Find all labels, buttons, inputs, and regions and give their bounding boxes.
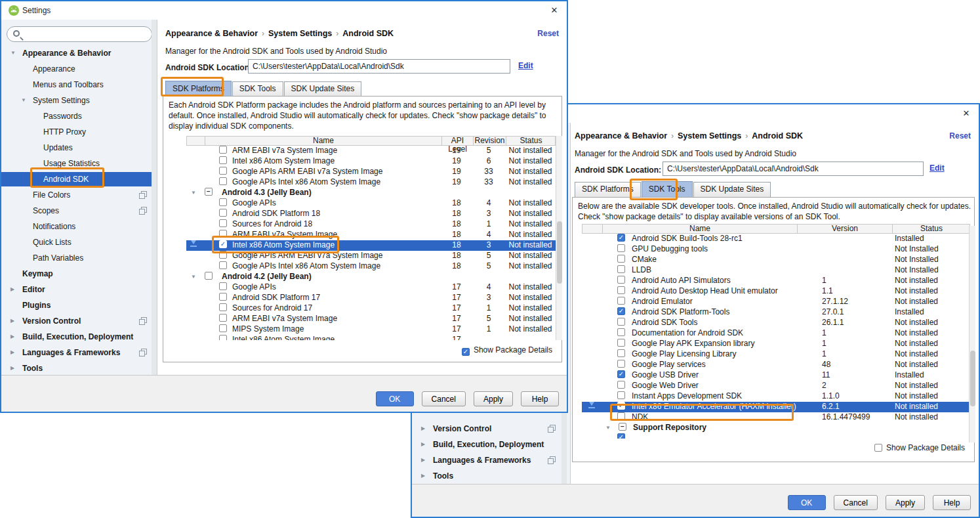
sidebar-item-tools[interactable]: ▶Tools xyxy=(412,469,570,483)
tab-sdk-update-sites[interactable]: SDK Update Sites xyxy=(284,81,362,97)
row-checkbox[interactable] xyxy=(617,244,625,252)
row-checkbox[interactable] xyxy=(219,146,227,154)
sidebar-scrollbar[interactable] xyxy=(152,20,157,375)
table-row[interactable]: Android SDK Platform 18183Not installed xyxy=(186,209,556,219)
table-row[interactable]: ✓Google USB Driver11Installed xyxy=(582,370,970,381)
sidebar-item-tools[interactable]: ▶Tools xyxy=(1,362,157,375)
breadcrumb-item[interactable]: System Settings xyxy=(678,131,741,140)
table-row[interactable]: Sources for Android 17171Not installed xyxy=(186,303,556,314)
sidebar-item-appearance-behavior[interactable]: ▼Appearance & Behavior xyxy=(1,47,157,60)
row-checkbox[interactable] xyxy=(617,349,625,357)
row-checkbox[interactable] xyxy=(617,265,625,273)
sidebar-item-languages-frameworks[interactable]: ▶Languages & Frameworks xyxy=(412,454,570,467)
table-row[interactable]: LLDBNot Installed xyxy=(582,265,970,276)
row-checkbox[interactable]: ✓ xyxy=(617,433,625,439)
table-scrollbar[interactable] xyxy=(969,226,975,442)
table-row[interactable]: Google APIs ARM EABI v7a System Image185… xyxy=(186,251,556,261)
tab-sdk-platforms[interactable]: SDK Platforms xyxy=(575,182,641,197)
row-checkbox[interactable]: ✓ xyxy=(617,370,625,378)
show-package-details[interactable]: ✓Show Package Details xyxy=(462,345,552,356)
table-row[interactable]: Android Emulator27.1.12Not installed xyxy=(582,297,970,307)
close-icon[interactable]: ✕ xyxy=(960,108,972,119)
sdk-location-input[interactable] xyxy=(248,59,510,74)
table-row[interactable]: Android Auto Desktop Head Unit emulator1… xyxy=(582,286,970,297)
scrollbar-thumb[interactable] xyxy=(557,221,562,284)
scrollbar-thumb[interactable] xyxy=(970,351,975,406)
tab-sdk-update-sites[interactable]: SDK Update Sites xyxy=(693,182,771,197)
breadcrumb-item[interactable]: Android SDK xyxy=(752,131,803,140)
reset-link[interactable]: Reset xyxy=(537,29,559,38)
tab-sdk-platforms[interactable]: SDK Platforms xyxy=(165,81,232,97)
table-row[interactable]: Android SDK Tools26.1.1Not installed xyxy=(582,318,970,328)
show-package-details[interactable]: Show Package Details xyxy=(874,443,965,454)
table-row[interactable]: ARM EABI v7a System Image184Not installe… xyxy=(186,230,556,240)
row-checkbox[interactable] xyxy=(219,293,227,301)
table-row[interactable]: ✓Intel x86 Emulator Accelerator (HAXM in… xyxy=(582,402,970,412)
row-checkbox[interactable]: − xyxy=(619,423,626,431)
table-row[interactable]: Google APIs Intel x86 Atom System Image1… xyxy=(186,261,556,272)
search-input[interactable] xyxy=(24,28,146,40)
edit-link[interactable]: Edit xyxy=(929,163,945,173)
table-row[interactable]: ✓Android SDK Build-Tools 28-rc1Installed xyxy=(582,234,970,244)
table-row[interactable]: Intel x86 Atom System Image196Not instal… xyxy=(186,156,556,167)
table-row[interactable]: Instant Apps Development SDK1.1.0Not ins… xyxy=(582,391,970,402)
sidebar-item-updates[interactable]: Updates xyxy=(1,141,157,154)
row-checkbox[interactable] xyxy=(219,177,227,185)
sidebar-item-version-control[interactable]: ▶Version Control xyxy=(1,314,157,328)
row-checkbox[interactable] xyxy=(205,272,213,280)
table-row[interactable]: Google APIs184Not installed xyxy=(186,198,556,209)
sidebar-item-system-settings[interactable]: ▼System Settings xyxy=(1,94,157,107)
row-checkbox[interactable] xyxy=(219,230,227,238)
table-row[interactable]: ▼Android 4.2 (Jelly Bean) xyxy=(186,272,556,282)
table-row[interactable]: Google Play APK Expansion library1Not in… xyxy=(582,339,970,349)
sidebar-item-keymap[interactable]: Keymap xyxy=(1,267,157,280)
row-checkbox[interactable] xyxy=(219,156,227,164)
row-checkbox[interactable]: ✓ xyxy=(617,402,625,410)
row-checkbox[interactable] xyxy=(219,314,227,322)
ok-button[interactable]: OK xyxy=(788,495,826,510)
sidebar-item-http-proxy[interactable]: HTTP Proxy xyxy=(1,125,157,139)
help-button[interactable]: Help xyxy=(521,391,559,406)
sidebar-item-scopes[interactable]: Scopes xyxy=(1,204,157,217)
sidebar-item-appearance[interactable]: Appearance xyxy=(1,62,157,76)
sidebar-item-menus-and-toolbars[interactable]: Menus and Toolbars xyxy=(1,78,157,91)
apply-button[interactable]: Apply xyxy=(886,495,925,510)
row-checkbox[interactable] xyxy=(617,381,625,389)
row-checkbox[interactable] xyxy=(617,318,625,326)
row-checkbox[interactable] xyxy=(617,255,625,263)
show-package-details-checkbox[interactable] xyxy=(874,444,882,452)
sidebar-item-usage-statistics[interactable]: Usage Statistics xyxy=(1,157,157,170)
row-checkbox[interactable] xyxy=(219,167,227,175)
table-row[interactable]: CMakeNot Installed xyxy=(582,255,970,265)
cancel-button[interactable]: Cancel xyxy=(834,495,878,510)
table-row[interactable]: Intel x86 Atom System Image17 xyxy=(186,335,556,340)
close-icon[interactable]: ✕ xyxy=(548,5,560,16)
table-row[interactable]: ARM EABI v7a System Image175Not installe… xyxy=(186,314,556,324)
row-checkbox[interactable] xyxy=(617,297,625,305)
row-checkbox[interactable]: ✓ xyxy=(219,240,227,248)
table-row[interactable]: Google Play Licensing Library1Not instal… xyxy=(582,349,970,360)
row-checkbox[interactable] xyxy=(617,391,625,399)
reset-link[interactable]: Reset xyxy=(949,131,971,140)
row-checkbox[interactable] xyxy=(617,276,625,284)
row-checkbox[interactable] xyxy=(617,339,625,347)
table-row[interactable]: ✓ xyxy=(582,433,970,439)
row-checkbox[interactable] xyxy=(617,328,625,336)
table-row[interactable]: ✓Intel x86 Atom System Image183Not insta… xyxy=(186,240,556,251)
table-row[interactable]: ✓Android SDK Platform-Tools27.0.1Install… xyxy=(582,307,970,318)
breadcrumb-item[interactable]: Appearance & Behavior xyxy=(165,29,258,38)
row-checkbox[interactable] xyxy=(219,261,227,269)
sidebar-item-build-execution-deployment[interactable]: ▶Build, Execution, Deployment xyxy=(412,438,570,451)
row-checkbox[interactable] xyxy=(219,219,227,227)
table-row[interactable]: ARM EABI v7a System Image195Not installe… xyxy=(186,146,556,156)
settings-search[interactable] xyxy=(7,26,152,42)
sdk-location-input[interactable] xyxy=(663,162,924,176)
row-checkbox[interactable]: ✓ xyxy=(617,234,625,242)
cancel-button[interactable]: Cancel xyxy=(422,391,466,406)
row-checkbox[interactable] xyxy=(219,209,227,217)
breadcrumb-item[interactable]: Android SDK xyxy=(342,29,394,38)
row-checkbox[interactable]: − xyxy=(205,188,213,196)
sidebar-item-plugins[interactable]: Plugins xyxy=(1,299,157,312)
row-checkbox[interactable] xyxy=(617,360,625,368)
table-row[interactable]: Google APIs ARM EABI v7a System Image193… xyxy=(186,167,556,177)
